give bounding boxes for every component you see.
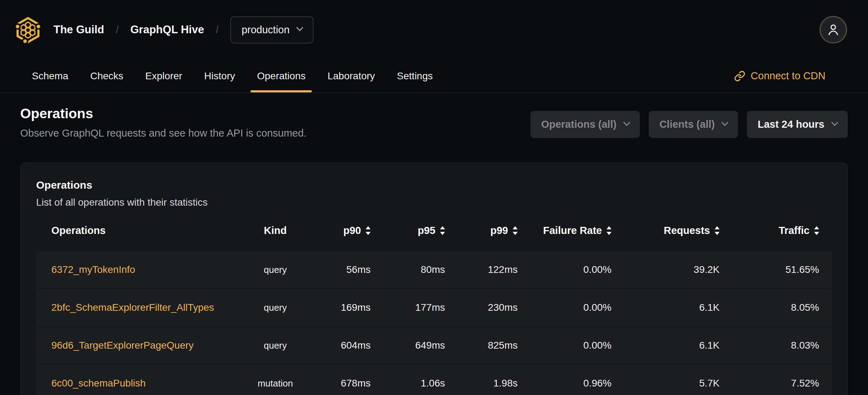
sort-icons[interactable]: [513, 226, 518, 235]
sort-icons[interactable]: [715, 226, 720, 235]
page-title: Operations: [20, 106, 306, 121]
clients-filter-dropdown[interactable]: Clients (all): [649, 111, 738, 138]
operations-filter-label: Operations (all): [541, 119, 616, 130]
tab-schema[interactable]: Schema: [26, 59, 75, 92]
p99-cell: 122ms: [451, 264, 523, 275]
column-header-kind: Kind: [245, 225, 305, 236]
p90-cell: 169ms: [305, 302, 376, 313]
tab-settings[interactable]: Settings: [390, 59, 439, 92]
connect-to-cdn-label: Connect to CDN: [751, 70, 825, 82]
chevron-down-icon: [722, 119, 729, 126]
chevron-down-icon: [623, 119, 630, 126]
sort-icons[interactable]: [440, 226, 445, 235]
clients-filter-label: Clients (all): [659, 119, 715, 130]
sort-desc-icon: [715, 232, 720, 235]
tab-operations[interactable]: Operations: [250, 59, 312, 92]
hive-logo-icon[interactable]: [14, 15, 42, 44]
date-range-label: Last 24 hours: [757, 119, 824, 130]
tab-explorer[interactable]: Explorer: [139, 59, 188, 92]
operations-list-card: Operations List of all operations with t…: [20, 162, 848, 395]
target-nav: Schema Checks Explorer History Operation…: [0, 59, 868, 93]
operations-table: Operations Kind p90 p95 p99: [36, 214, 832, 395]
column-header-traffic[interactable]: Traffic: [725, 225, 833, 236]
failure-rate-cell: 0.00%: [523, 264, 617, 275]
tab-checks[interactable]: Checks: [84, 59, 130, 92]
column-header-p90[interactable]: p90: [305, 225, 376, 236]
column-header-operations: Operations: [36, 225, 245, 236]
traffic-cell: 7.52%: [725, 378, 833, 389]
failure-rate-cell: 0.96%: [523, 378, 617, 389]
page-subtitle: Observe GraphQL requests and see how the…: [20, 127, 306, 139]
column-header-failure-rate[interactable]: Failure Rate: [523, 225, 617, 236]
operation-link[interactable]: 2bfc_SchemaExplorerFilter_AllTypes: [51, 302, 214, 313]
p95-cell: 177ms: [376, 302, 451, 313]
p95-cell: 80ms: [376, 264, 451, 275]
p99-cell: 825ms: [451, 340, 523, 351]
p95-cell: 649ms: [376, 340, 451, 351]
link-icon: [734, 70, 745, 82]
table-row: 6372_myTokenInfo query 56ms 80ms 122ms 0…: [36, 251, 832, 288]
sort-asc-icon: [814, 226, 819, 229]
sort-asc-icon: [366, 226, 371, 229]
table-row: 96d6_TargetExplorerPageQuery query 604ms…: [36, 327, 832, 364]
traffic-cell: 8.05%: [725, 302, 833, 313]
kind-cell: query: [245, 340, 305, 351]
operations-filter-dropdown[interactable]: Operations (all): [530, 111, 640, 138]
project-name[interactable]: GraphQL Hive: [130, 23, 204, 36]
sort-icons[interactable]: [366, 226, 371, 235]
p90-cell: 56ms: [305, 264, 376, 275]
column-header-requests[interactable]: Requests: [617, 225, 725, 236]
p95-cell: 1.06s: [376, 378, 451, 389]
requests-cell: 6.1K: [617, 340, 725, 351]
sort-icons[interactable]: [814, 226, 819, 235]
kind-cell: query: [245, 302, 305, 313]
p90-cell: 678ms: [305, 378, 376, 389]
sort-desc-icon: [513, 232, 518, 235]
connect-to-cdn-button[interactable]: Connect to CDN: [734, 59, 825, 92]
p99-cell: 1.98s: [451, 378, 523, 389]
table-header-row: Operations Kind p90 p95 p99: [36, 214, 832, 246]
card-subtitle: List of all operations with their statis…: [36, 197, 832, 208]
chevron-down-icon: [831, 119, 838, 126]
top-bar: The Guild / GraphQL Hive / production: [0, 0, 868, 59]
failure-rate-cell: 0.00%: [523, 302, 617, 313]
filters-bar: Operations (all) Clients (all) Last 24 h…: [530, 111, 848, 138]
traffic-cell: 51.65%: [725, 264, 833, 275]
table-row: 2bfc_SchemaExplorerFilter_AllTypes query…: [36, 289, 832, 326]
operation-link[interactable]: 96d6_TargetExplorerPageQuery: [51, 340, 194, 351]
sort-desc-icon: [366, 232, 371, 235]
sort-asc-icon: [513, 226, 518, 229]
target-selector[interactable]: production: [230, 16, 314, 44]
kind-cell: query: [245, 264, 305, 275]
tab-laboratory[interactable]: Laboratory: [321, 59, 381, 92]
table-row: 6c00_schemaPublish mutation 678ms 1.06s …: [36, 365, 832, 395]
column-header-p99[interactable]: p99: [451, 225, 523, 236]
org-name[interactable]: The Guild: [53, 23, 104, 36]
breadcrumb-separator: /: [216, 24, 219, 36]
operations-page: Operations Observe GraphQL requests and …: [0, 106, 868, 395]
sort-asc-icon: [440, 226, 445, 229]
kind-cell: mutation: [245, 378, 305, 389]
p90-cell: 604ms: [305, 340, 376, 351]
operation-link[interactable]: 6c00_schemaPublish: [51, 378, 146, 389]
sort-asc-icon: [607, 226, 611, 229]
operation-link[interactable]: 6372_myTokenInfo: [51, 264, 135, 275]
breadcrumb: The Guild / GraphQL Hive / production: [14, 15, 314, 44]
user-icon: [825, 22, 841, 38]
sort-icons[interactable]: [607, 226, 611, 235]
user-menu-button[interactable]: [819, 16, 847, 44]
failure-rate-cell: 0.00%: [523, 340, 617, 351]
sort-desc-icon: [607, 232, 611, 235]
sort-asc-icon: [715, 226, 720, 229]
target-selector-value: production: [242, 24, 289, 36]
date-range-dropdown[interactable]: Last 24 hours: [747, 111, 848, 138]
traffic-cell: 8.03%: [725, 340, 833, 351]
sort-desc-icon: [814, 232, 819, 235]
tab-history[interactable]: History: [198, 59, 241, 92]
requests-cell: 6.1K: [617, 302, 725, 313]
card-title: Operations: [36, 179, 832, 191]
requests-cell: 5.7K: [617, 378, 725, 389]
breadcrumb-separator: /: [116, 24, 119, 36]
column-header-p95[interactable]: p95: [376, 225, 451, 236]
sort-desc-icon: [440, 232, 445, 235]
